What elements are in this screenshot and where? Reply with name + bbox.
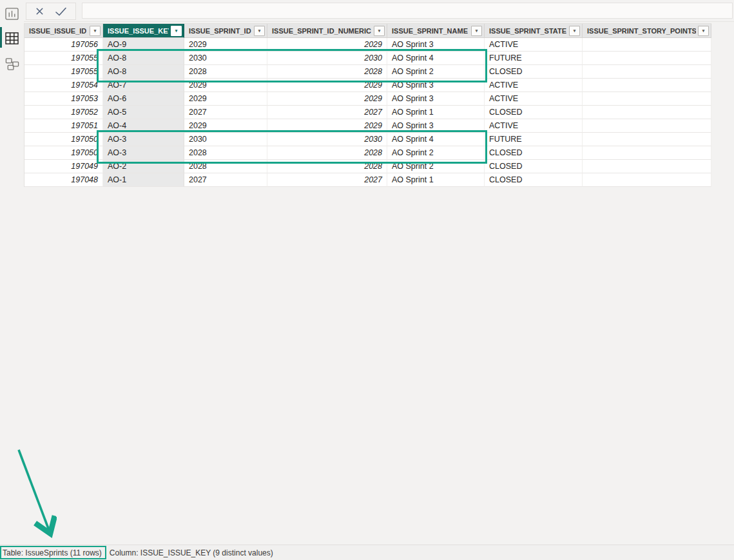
cell[interactable]: AO Sprint 2 xyxy=(387,146,485,160)
cell[interactable]: AO-3 xyxy=(103,146,184,160)
cell[interactable]: 2027 xyxy=(184,173,267,187)
column-header-label: ISSUE_ISSUE_KEY xyxy=(108,27,169,35)
header-row: ISSUE_ISSUE_ID▾ISSUE_ISSUE_KEY▾ISSUE_SPR… xyxy=(24,24,711,38)
cell[interactable]: 197050 xyxy=(24,146,103,160)
cell[interactable] xyxy=(583,92,711,106)
cell[interactable]: 2028 xyxy=(184,65,267,79)
cell[interactable]: AO Sprint 3 xyxy=(387,38,485,52)
cell[interactable]: FUTURE xyxy=(485,52,583,65)
cell[interactable]: 2027 xyxy=(267,106,387,119)
model-view-button[interactable] xyxy=(0,54,24,73)
cell[interactable]: 2029 xyxy=(184,92,267,106)
cell[interactable]: AO-8 xyxy=(103,65,184,79)
cell[interactable]: AO-7 xyxy=(103,79,184,92)
cell[interactable]: CLOSED xyxy=(485,160,583,173)
cell[interactable]: 2029 xyxy=(267,92,387,106)
commit-check-icon xyxy=(55,7,67,16)
cell[interactable]: AO Sprint 3 xyxy=(387,92,485,106)
cell[interactable] xyxy=(583,119,711,133)
cell[interactable]: AO-1 xyxy=(103,173,184,187)
cell[interactable]: 197055 xyxy=(24,65,103,79)
cell[interactable]: 2029 xyxy=(267,79,387,92)
cell[interactable]: 197055 xyxy=(24,52,103,65)
data-view-button[interactable] xyxy=(0,28,24,48)
cell[interactable]: AO Sprint 4 xyxy=(387,133,485,146)
cell[interactable]: 2029 xyxy=(184,38,267,52)
cell[interactable]: 2030 xyxy=(267,133,387,146)
cancel-button[interactable] xyxy=(32,5,47,17)
cell[interactable]: AO-6 xyxy=(103,92,184,106)
cell[interactable]: 2027 xyxy=(267,173,387,187)
filter-dropdown-icon[interactable]: ▾ xyxy=(471,26,482,36)
cell[interactable]: ACTIVE xyxy=(485,38,583,52)
cell[interactable]: 2029 xyxy=(267,119,387,133)
cell[interactable]: AO-2 xyxy=(103,160,184,173)
formula-input[interactable] xyxy=(82,3,733,19)
cell[interactable]: AO Sprint 1 xyxy=(387,173,485,187)
column-header-issue_sprint_name[interactable]: ISSUE_SPRINT_NAME▾ xyxy=(387,24,485,38)
cell[interactable]: 197052 xyxy=(24,106,103,119)
cell[interactable]: 197054 xyxy=(24,79,103,92)
cell[interactable]: 2028 xyxy=(184,160,267,173)
cell[interactable]: 2030 xyxy=(267,52,387,65)
cell[interactable]: 197051 xyxy=(24,119,103,133)
cell[interactable]: CLOSED xyxy=(485,146,583,160)
cell[interactable] xyxy=(583,52,711,65)
cell[interactable]: 197056 xyxy=(24,38,103,52)
cell[interactable]: AO Sprint 2 xyxy=(387,160,485,173)
cell[interactable]: 197053 xyxy=(24,92,103,106)
column-header-issue_sprint_id_numeric[interactable]: ISSUE_SPRINT_ID_NUMERIC▾ xyxy=(267,24,387,38)
cell[interactable]: 197048 xyxy=(24,173,103,187)
filter-dropdown-icon[interactable]: ▾ xyxy=(171,26,182,36)
commit-button[interactable] xyxy=(52,6,70,17)
cell[interactable]: 2027 xyxy=(184,106,267,119)
cell[interactable]: AO-3 xyxy=(103,133,184,146)
cell[interactable]: CLOSED xyxy=(485,65,583,79)
cell[interactable]: CLOSED xyxy=(485,106,583,119)
column-header-issue_sprint_state[interactable]: ISSUE_SPRINT_STATE▾ xyxy=(485,24,583,38)
column-header-issue_issue_key[interactable]: ISSUE_ISSUE_KEY▾ xyxy=(103,24,184,38)
cell[interactable]: AO-9 xyxy=(103,38,184,52)
cell[interactable] xyxy=(583,133,711,146)
cell[interactable] xyxy=(583,160,711,173)
filter-dropdown-icon[interactable]: ▾ xyxy=(374,26,385,36)
cell[interactable] xyxy=(583,146,711,160)
cell[interactable]: 197049 xyxy=(24,160,103,173)
cell[interactable]: AO-8 xyxy=(103,52,184,65)
cell[interactable] xyxy=(583,173,711,187)
cell[interactable]: AO-4 xyxy=(103,119,184,133)
column-header-issue_issue_id[interactable]: ISSUE_ISSUE_ID▾ xyxy=(24,24,103,38)
cell[interactable]: 2029 xyxy=(184,119,267,133)
cell[interactable]: ACTIVE xyxy=(485,79,583,92)
cell[interactable]: 2028 xyxy=(267,65,387,79)
cell[interactable]: ACTIVE xyxy=(485,92,583,106)
cell[interactable]: CLOSED xyxy=(485,173,583,187)
cell[interactable]: 2029 xyxy=(267,38,387,52)
cell[interactable] xyxy=(583,106,711,119)
cell[interactable]: AO Sprint 3 xyxy=(387,79,485,92)
filter-dropdown-icon[interactable]: ▾ xyxy=(698,26,709,36)
cell[interactable]: AO Sprint 4 xyxy=(387,52,485,65)
report-view-button[interactable] xyxy=(0,4,24,23)
cell[interactable]: 197050 xyxy=(24,133,103,146)
cell[interactable] xyxy=(583,38,711,52)
cell[interactable]: AO Sprint 2 xyxy=(387,65,485,79)
cell[interactable] xyxy=(583,79,711,92)
cell[interactable]: AO Sprint 3 xyxy=(387,119,485,133)
filter-dropdown-icon[interactable]: ▾ xyxy=(254,26,265,36)
cell[interactable]: AO Sprint 1 xyxy=(387,106,485,119)
column-header-issue_sprint_id[interactable]: ISSUE_SPRINT_ID▾ xyxy=(184,24,267,38)
cell[interactable]: 2030 xyxy=(184,133,267,146)
cell[interactable]: 2028 xyxy=(267,160,387,173)
cell[interactable]: ACTIVE xyxy=(485,119,583,133)
cell[interactable]: 2028 xyxy=(267,146,387,160)
cell[interactable]: 2030 xyxy=(184,52,267,65)
cell[interactable]: 2028 xyxy=(184,146,267,160)
column-header-issue_sprint_story_points[interactable]: ISSUE_SPRINT_STORY_POINTS▾ xyxy=(583,24,711,38)
cell[interactable] xyxy=(583,65,711,79)
cell[interactable]: AO-5 xyxy=(103,106,184,119)
cell[interactable]: 2029 xyxy=(184,79,267,92)
filter-dropdown-icon[interactable]: ▾ xyxy=(90,26,101,36)
filter-dropdown-icon[interactable]: ▾ xyxy=(569,26,580,36)
cell[interactable]: FUTURE xyxy=(485,133,583,146)
